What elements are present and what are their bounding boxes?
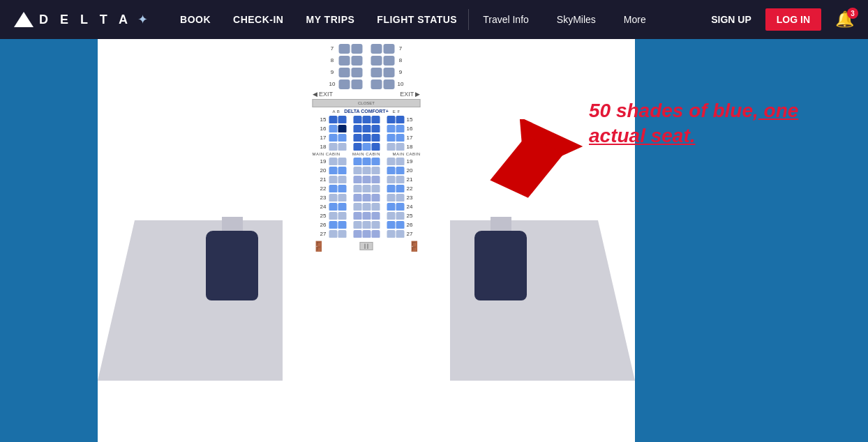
seat-8B[interactable] [351, 56, 362, 66]
seat-7B[interactable] [351, 44, 362, 54]
seat-26G[interactable] [396, 221, 404, 229]
seat-19A[interactable] [329, 158, 337, 165]
seat-27G[interactable] [396, 230, 404, 238]
seat-20G[interactable] [396, 167, 404, 174]
seat-25F[interactable] [387, 212, 395, 220]
seat-24A[interactable] [329, 203, 337, 211]
nav-more[interactable]: More [610, 0, 660, 39]
seat-25G[interactable] [396, 212, 404, 220]
seat-23A[interactable] [329, 194, 337, 201]
logo-area[interactable]: D E L T A ✦ [14, 12, 148, 27]
seat-16B[interactable] [338, 125, 346, 132]
seat-18C[interactable] [353, 143, 361, 151]
seat-8A[interactable] [338, 56, 350, 66]
seat-20D[interactable] [362, 167, 371, 174]
seat-22C[interactable] [353, 185, 361, 192]
seat-21C[interactable] [353, 176, 361, 183]
seat-21A[interactable] [329, 176, 337, 183]
seat-10A[interactable] [338, 79, 350, 89]
seat-23B[interactable] [338, 194, 346, 201]
seat-27C[interactable] [353, 230, 361, 238]
seat-27F[interactable] [387, 230, 395, 238]
seat-21E[interactable] [371, 176, 380, 183]
seat-20A[interactable] [329, 167, 337, 174]
seat-26A[interactable] [329, 221, 337, 229]
seat-19C[interactable] [353, 158, 361, 165]
seat-24C[interactable] [353, 203, 361, 211]
seat-23F[interactable] [387, 194, 395, 201]
seat-23C[interactable] [353, 194, 361, 201]
seat-22E[interactable] [371, 185, 380, 192]
seat-26B[interactable] [338, 221, 346, 229]
seat-16C[interactable] [353, 125, 361, 132]
seat-9F[interactable] [383, 68, 394, 77]
seat-15E[interactable] [371, 116, 380, 123]
seat-27B[interactable] [338, 230, 346, 238]
seat-25E[interactable] [371, 212, 380, 220]
seat-24F[interactable] [387, 203, 395, 211]
seat-22F[interactable] [387, 185, 395, 192]
nav-mytrips[interactable]: MY TRIPS [294, 0, 366, 39]
seat-20F[interactable] [387, 167, 395, 174]
nav-travelinfo[interactable]: Travel Info [469, 0, 543, 39]
seat-10E[interactable] [371, 79, 382, 89]
nav-skymiles[interactable]: SkyMiles [543, 0, 610, 39]
seat-8E[interactable] [371, 56, 382, 66]
seat-19G[interactable] [396, 158, 404, 165]
seat-24D[interactable] [362, 203, 371, 211]
seat-26D[interactable] [362, 221, 371, 229]
seat-22A[interactable] [329, 185, 337, 192]
seat-8F[interactable] [383, 56, 394, 66]
seat-22B[interactable] [338, 185, 346, 192]
seat-15F[interactable] [387, 116, 395, 123]
seat-17A[interactable] [329, 134, 337, 142]
seat-21B[interactable] [338, 176, 346, 183]
seat-16F[interactable] [387, 125, 395, 132]
seat-17D[interactable] [362, 134, 371, 142]
seat-18D[interactable] [362, 143, 371, 151]
seat-27E[interactable] [371, 230, 380, 238]
seat-26E[interactable] [371, 221, 380, 229]
seat-24E[interactable] [371, 203, 380, 211]
seat-18F[interactable] [387, 143, 395, 151]
nav-book[interactable]: BOOK [169, 0, 222, 39]
seat-25B[interactable] [338, 212, 346, 220]
seat-22D[interactable] [362, 185, 371, 192]
seat-16D[interactable] [362, 125, 371, 132]
seat-7A[interactable] [338, 44, 350, 54]
seat-23G[interactable] [396, 194, 404, 201]
seat-27A[interactable] [329, 230, 337, 238]
signup-button[interactable]: SIGN UP [704, 14, 758, 25]
seat-15B[interactable] [338, 116, 346, 123]
login-button[interactable]: LOG IN [765, 8, 821, 31]
seat-22G[interactable] [396, 185, 404, 192]
nav-checkin[interactable]: CHECK-IN [222, 0, 294, 39]
seat-24G[interactable] [396, 203, 404, 211]
seat-21G[interactable] [396, 176, 404, 183]
seat-7E[interactable] [371, 44, 382, 54]
seat-26C[interactable] [353, 221, 361, 229]
seat-10B[interactable] [351, 79, 362, 89]
notification-bell[interactable]: 🔔 3 [835, 10, 854, 29]
seat-24B[interactable] [338, 203, 346, 211]
seat-19F[interactable] [387, 158, 395, 165]
nav-flightstatus[interactable]: FLIGHT STATUS [366, 0, 468, 39]
seat-10F[interactable] [383, 79, 394, 89]
seat-19E[interactable] [371, 158, 380, 165]
seat-9E[interactable] [371, 68, 382, 77]
seat-16A[interactable] [329, 125, 337, 132]
seat-20E[interactable] [371, 167, 380, 174]
seat-25D[interactable] [362, 212, 371, 220]
seat-15A[interactable] [329, 116, 337, 123]
seat-16E[interactable] [371, 125, 380, 132]
seat-17C[interactable] [353, 134, 361, 142]
seat-18E[interactable] [371, 143, 380, 151]
seat-23D[interactable] [362, 194, 371, 201]
seat-9B[interactable] [351, 68, 362, 77]
seat-17F[interactable] [387, 134, 395, 142]
seat-25C[interactable] [353, 212, 361, 220]
seat-26F[interactable] [387, 221, 395, 229]
seat-18G[interactable] [396, 143, 404, 151]
seat-15D[interactable] [362, 116, 371, 123]
seat-17E[interactable] [371, 134, 380, 142]
